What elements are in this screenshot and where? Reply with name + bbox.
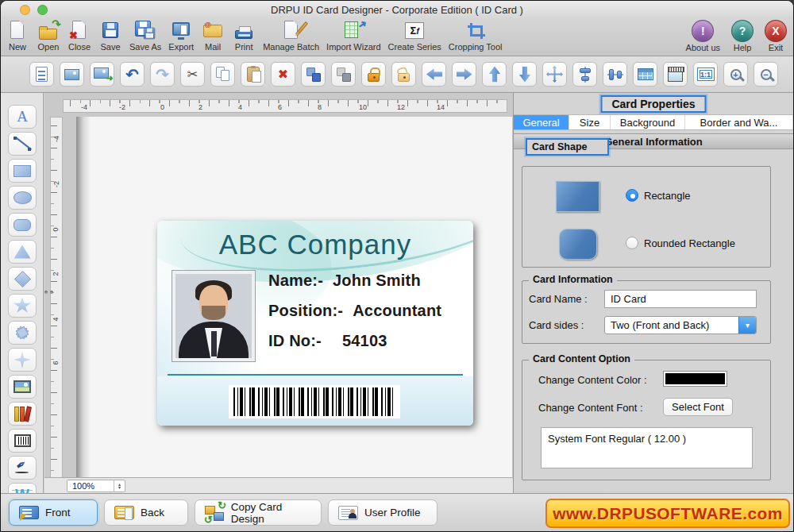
- redo-button[interactable]: [150, 62, 175, 87]
- vertical-ruler-ticks: [51, 118, 62, 477]
- manage-batch-pencil-icon: [279, 20, 303, 41]
- copy-card-icon: [205, 505, 225, 521]
- card-sides-dropdown[interactable]: Two (Front and Back) ▾: [604, 316, 757, 334]
- card-information-group: Card Information Card Name : Card sides …: [522, 280, 771, 344]
- panel-title: Card Properties: [600, 95, 706, 113]
- zoom-in-icon: +: [730, 69, 742, 80]
- ellipse-tool-button[interactable]: [8, 186, 37, 210]
- manage-batch-button[interactable]: Manage Batch: [263, 20, 319, 52]
- rectangle-option[interactable]: Rectangle: [626, 189, 691, 202]
- main-toolbar-right: ! About us ? Help X Exit: [686, 20, 787, 52]
- star-tool-icon: [13, 298, 32, 314]
- horizontal-ruler: -4 -2 0 2 4 6 8 10 12 14: [63, 99, 507, 113]
- show-ruler-button[interactable]: [663, 62, 688, 87]
- four-point-star-tool-button[interactable]: [8, 348, 37, 372]
- card-info-block[interactable]: Name:- John Smith Position:- Accountant …: [268, 272, 441, 362]
- card-company-name[interactable]: ABC Company: [157, 229, 473, 260]
- delete-button[interactable]: [271, 62, 295, 87]
- insert-picture-button[interactable]: [60, 62, 84, 87]
- user-profile-icon: [338, 506, 358, 520]
- front-button[interactable]: Front: [9, 499, 98, 526]
- rounded-rectangle-option[interactable]: Rounded Rectangle: [626, 237, 735, 249]
- import-wizard-button[interactable]: ➜ Import Wizard: [326, 20, 380, 52]
- rounded-rectangle-tool-button[interactable]: [8, 213, 37, 237]
- signature-tool-button[interactable]: [8, 456, 37, 480]
- tool-palette: A W: [1, 93, 44, 493]
- rectangle-radio[interactable]: [626, 189, 638, 202]
- mail-envelope-icon: @: [201, 20, 225, 41]
- create-series-button[interactable]: Σf Create Series: [388, 20, 441, 52]
- about-us-button[interactable]: ! About us: [686, 20, 720, 52]
- front-card-icon: [19, 506, 39, 519]
- diamond-tool-button[interactable]: [8, 267, 37, 291]
- tab-size[interactable]: Size: [569, 115, 611, 129]
- ungroup-button[interactable]: [331, 62, 356, 87]
- card-sides-value: Two (Front and Back): [605, 319, 738, 331]
- card-name-input[interactable]: [604, 290, 757, 308]
- close-button[interactable]: ✖ Close: [67, 20, 91, 52]
- export-button[interactable]: Export: [168, 20, 194, 52]
- group-button[interactable]: [301, 62, 326, 87]
- line-tool-button[interactable]: [8, 132, 37, 156]
- triangle-tool-button[interactable]: [8, 240, 37, 264]
- chevron-down-icon[interactable]: ▾: [738, 317, 756, 333]
- help-button[interactable]: ? Help: [731, 20, 754, 52]
- move-up-button[interactable]: [482, 62, 507, 87]
- picture-tool-button[interactable]: [8, 375, 37, 399]
- move-all-button[interactable]: [542, 62, 567, 87]
- select-font-button[interactable]: Select Font: [663, 398, 733, 416]
- cropping-tool-button[interactable]: Cropping Tool: [449, 20, 503, 52]
- undo-button[interactable]: [120, 62, 145, 87]
- rounded-rectangle-radio[interactable]: [626, 237, 638, 249]
- content-color-swatch[interactable]: [663, 371, 727, 387]
- tab-general[interactable]: General: [514, 115, 569, 129]
- tab-border-and-watermark[interactable]: Border and Wa...: [685, 115, 793, 129]
- exit-button[interactable]: X Exit: [765, 20, 787, 52]
- drpu-software-banner[interactable]: www.DRPUSOFTWARE.com: [545, 499, 790, 528]
- copy-card-design-button[interactable]: Copy Card Design: [195, 499, 322, 526]
- clipart-library-tool-button[interactable]: [8, 402, 37, 426]
- properties-tabs: General Size Background Border and Wa...: [514, 114, 793, 130]
- rectangle-tool-button[interactable]: [8, 159, 37, 183]
- paste-button[interactable]: [241, 62, 265, 87]
- move-down-button[interactable]: [512, 62, 537, 87]
- zoom-stepper-icon[interactable]: ▴▾: [114, 480, 125, 492]
- actual-size-button[interactable]: 1:1: [693, 62, 718, 87]
- back-card-icon: [114, 506, 134, 519]
- text-document-button[interactable]: [29, 62, 54, 87]
- card-photo[interactable]: [172, 271, 255, 361]
- starburst-tool-button[interactable]: [8, 321, 37, 345]
- arrow-right-icon: [457, 67, 472, 81]
- align-vertical-center-button[interactable]: [572, 62, 597, 87]
- print-button[interactable]: Print: [232, 20, 256, 52]
- cut-button[interactable]: [180, 62, 205, 87]
- id-card-design[interactable]: ABC Company Name:- John Smith Position: [157, 221, 473, 426]
- mail-button[interactable]: @ Mail: [201, 20, 225, 52]
- unlock-button[interactable]: [391, 62, 416, 87]
- card-barcode[interactable]: [229, 385, 400, 418]
- create-series-sigma-icon: Σf: [403, 20, 426, 41]
- zoom-out-button[interactable]: −: [754, 62, 778, 87]
- back-button[interactable]: Back: [104, 499, 188, 526]
- align-horizontal-center-button[interactable]: [603, 62, 627, 87]
- tab-background[interactable]: Background: [611, 115, 685, 129]
- save-as-button[interactable]: Save As: [129, 20, 161, 52]
- lock-button[interactable]: [361, 62, 386, 87]
- save-button[interactable]: Save: [98, 20, 122, 52]
- panel-divider-handle[interactable]: [44, 291, 54, 294]
- barcode-tool-button[interactable]: [8, 429, 37, 453]
- card-position-row: Position:- Accountant: [268, 302, 441, 320]
- export-picture-button[interactable]: ➜: [90, 62, 114, 87]
- star-tool-button[interactable]: [8, 294, 37, 318]
- user-profile-button[interactable]: User Profile: [328, 499, 437, 526]
- import-wizard-sheet-icon: ➜: [341, 20, 365, 41]
- new-button[interactable]: New: [6, 20, 29, 52]
- text-tool-button[interactable]: A: [8, 105, 37, 129]
- open-button[interactable]: ↷ Open: [37, 20, 60, 52]
- move-left-button[interactable]: [422, 62, 446, 87]
- move-right-button[interactable]: [452, 62, 476, 87]
- canvas-zoom-control[interactable]: 100% ▴▾: [67, 480, 125, 492]
- copy-button[interactable]: [210, 62, 235, 87]
- show-grid-button[interactable]: [633, 62, 657, 87]
- zoom-in-button[interactable]: +: [723, 62, 748, 87]
